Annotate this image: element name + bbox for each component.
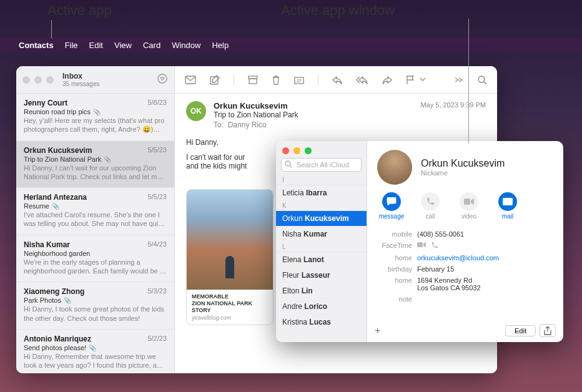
note-value[interactable]	[417, 295, 553, 303]
facetime-label: FaceTime	[377, 242, 412, 250]
home-addr-value: 1694 Kennedy RdLos Gatos CA 95032	[417, 277, 553, 292]
video-action[interactable]: video	[455, 192, 483, 220]
contacts-list-panel: ILeticia IbarraKOrkun KucuksevimNisha Ku…	[276, 141, 367, 342]
sender-avatar: OK	[186, 101, 206, 121]
inbox-title: Inbox	[62, 72, 99, 81]
callout-active-app: Active app	[47, 2, 112, 19]
svg-point-7	[285, 161, 290, 166]
mail-message-list: Inbox 35 messages Jenny Court5/8/23Reuni…	[16, 66, 175, 373]
junk-icon[interactable]	[294, 76, 304, 84]
forward-icon[interactable]	[382, 76, 392, 84]
svg-rect-10	[417, 242, 423, 247]
contact-subtitle: Nickame	[421, 169, 505, 177]
message-item[interactable]: Nisha Kumar5/4/23Neighborhood gardenWe'r…	[16, 235, 174, 283]
contact-photo[interactable]	[377, 150, 412, 185]
birthday-label: birthday	[377, 265, 412, 273]
contact-item[interactable]: Leticia Ibarra	[276, 185, 367, 201]
home-email-label: home	[377, 254, 412, 262]
mobile-label: mobile	[377, 230, 412, 238]
inbox-count: 35 messages	[62, 81, 99, 87]
menu-file[interactable]: File	[65, 41, 78, 50]
home-addr-label: home	[377, 277, 412, 292]
call-action[interactable]: call	[416, 192, 445, 220]
link-preview-image	[187, 190, 273, 290]
chevron-down-icon[interactable]	[420, 77, 426, 82]
menu-contacts[interactable]: Contacts	[19, 41, 54, 50]
section-letter: L	[276, 242, 367, 252]
mail-to: Danny Rico	[228, 120, 267, 129]
message-item[interactable]: Orkun Kucuksevim5/5/23Trip to Zion Natio…	[16, 141, 174, 189]
contacts-traffic-lights[interactable]	[276, 141, 367, 158]
link-preview[interactable]: MEMORABLEZION NATIONAL PARK STORY ytrave…	[186, 189, 274, 325]
message-action[interactable]: message	[377, 192, 406, 220]
link-title: MEMORABLE	[192, 293, 229, 300]
mail-traffic-lights[interactable]	[22, 76, 54, 84]
section-letter: I	[276, 175, 367, 185]
minimize-icon[interactable]	[293, 147, 300, 154]
mail-subject: Trip to Zion National Park	[214, 110, 413, 119]
svg-point-6	[478, 76, 485, 82]
callout-active-window: Active app window	[281, 2, 395, 19]
close-icon[interactable]	[282, 147, 289, 154]
compose-icon[interactable]	[210, 75, 220, 85]
contact-item[interactable]: Nisha Kumar	[276, 227, 367, 242]
svg-rect-1	[185, 76, 195, 84]
message-item[interactable]: Xiaomeng Zhong5/3/23Park Photos📎Hi Danny…	[16, 282, 174, 330]
filter-icon[interactable]	[157, 73, 168, 87]
svg-rect-8	[464, 198, 470, 205]
trash-icon[interactable]	[272, 75, 280, 85]
menu-window[interactable]: Window	[172, 41, 200, 50]
contact-item[interactable]: Fleur Lasseur	[276, 268, 367, 283]
birthday-value: February 15	[417, 265, 553, 273]
menu-edit[interactable]: Edit	[89, 41, 103, 50]
contact-card: Orkun Kucuksevim Nickame message call vi…	[367, 141, 563, 342]
mail-from: Orkun Kucuksevim	[214, 101, 413, 110]
reply-all-icon[interactable]	[356, 76, 368, 84]
envelope-icon[interactable]	[185, 76, 196, 84]
svg-rect-4	[249, 79, 257, 84]
section-letter: K	[276, 201, 367, 211]
mail-action[interactable]: mail	[493, 192, 522, 220]
share-button[interactable]	[540, 324, 556, 337]
reply-icon[interactable]	[332, 76, 342, 84]
menubar: Contacts File Edit View Card Window Help	[0, 37, 582, 52]
contact-item[interactable]: Andre Lorico	[276, 299, 367, 315]
message-item[interactable]: Herland Antezana5/5/23Resume📎I've attach…	[16, 188, 174, 235]
menu-card[interactable]: Card	[143, 41, 160, 50]
edit-button[interactable]: Edit	[505, 325, 536, 336]
menu-help[interactable]: Help	[212, 41, 229, 50]
contacts-window: ILeticia IbarraKOrkun KucuksevimNisha Ku…	[276, 141, 563, 342]
search-icon[interactable]	[477, 75, 487, 85]
flag-icon[interactable]	[406, 75, 415, 85]
mail-to-label: To:	[214, 120, 224, 129]
mail-date: May 5, 2023 9:39 PM	[420, 101, 486, 129]
contact-item[interactable]: Orkun Kucuksevim	[276, 211, 367, 227]
contact-name: Orkun Kucuksevim	[421, 158, 505, 169]
contact-item[interactable]: Elton Lin	[276, 283, 367, 299]
svg-rect-5	[295, 77, 303, 84]
facetime-video-icon[interactable]	[417, 242, 426, 250]
more-icon[interactable]	[453, 77, 463, 83]
link-domain: ytravelblog.com	[192, 315, 268, 321]
home-email-value[interactable]: orkucuksevim@icloud.com	[417, 254, 553, 262]
contact-item[interactable]: Kristina Lucas	[276, 315, 367, 330]
note-label: note	[377, 295, 412, 303]
menu-view[interactable]: View	[114, 41, 132, 50]
mobile-value[interactable]: (408) 555-0061	[417, 230, 553, 238]
mail-toolbar	[175, 66, 497, 94]
archive-icon[interactable]	[248, 76, 258, 84]
search-icon	[285, 160, 292, 168]
message-item[interactable]: Antonio Manriquez5/2/23Send photos pleas…	[16, 330, 174, 373]
zoom-icon[interactable]	[305, 147, 312, 154]
search-input[interactable]	[281, 158, 362, 172]
add-button[interactable]: +	[375, 325, 388, 336]
facetime-audio-icon[interactable]	[431, 242, 438, 250]
message-item[interactable]: Jenny Court5/8/23Reunion road trip pics📎…	[16, 94, 174, 141]
contact-item[interactable]: Elena Lanot	[276, 252, 367, 268]
